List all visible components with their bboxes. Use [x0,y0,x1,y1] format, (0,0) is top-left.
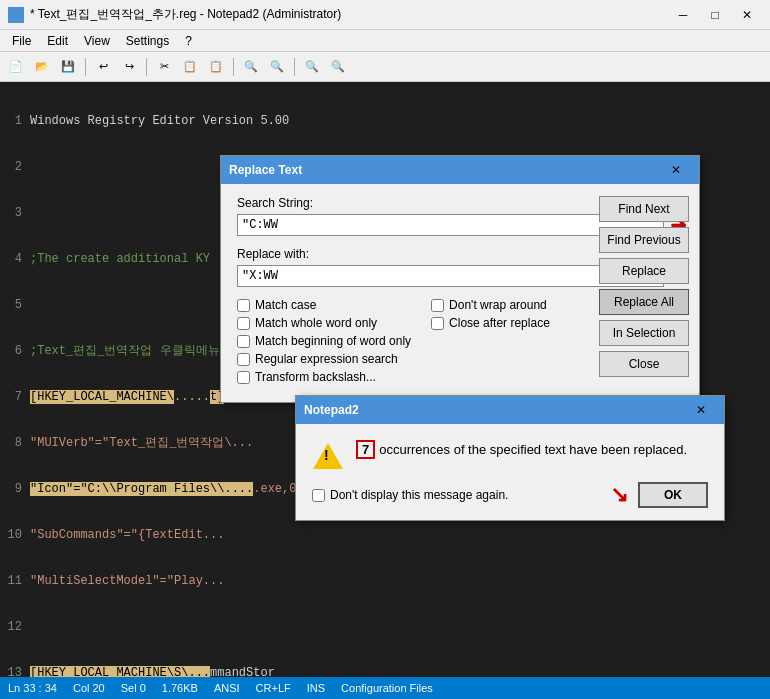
replace-dialog-buttons: Find Next Find Previous Replace Replace … [589,184,699,389]
beginning-word-option[interactable]: Match beginning of word only [237,334,411,348]
tb-new[interactable]: 📄 [4,56,28,78]
replace-button[interactable]: Replace [599,258,689,284]
window-controls: ─ □ ✕ [668,5,762,25]
replace-close-button[interactable]: Close [599,351,689,377]
warning-icon [312,440,344,472]
info-dialog-body: 7 occurrences of the specified text have… [296,424,724,520]
tb-save[interactable]: 💾 [56,56,80,78]
match-case-option[interactable]: Match case [237,298,411,312]
menu-view[interactable]: View [76,32,118,50]
tb-zoomout[interactable]: 🔍 [326,56,350,78]
info-message-row: 7 occurrences of the specified text have… [312,440,708,472]
replace-dialog-title-bar[interactable]: Replace Text ✕ [221,156,699,184]
maximize-button[interactable]: □ [700,5,730,25]
menu-bar: File Edit View Settings ? [0,30,770,52]
options-left: Match case Match whole word only Match b… [237,298,411,384]
replace-dialog-close-x[interactable]: ✕ [661,160,691,180]
tb-sep4 [294,58,295,76]
tb-cut[interactable]: ✂ [152,56,176,78]
status-mode: INS [307,682,325,694]
title-bar: * Text_편집_번역작업_추가.reg - Notepad2 (Admini… [0,0,770,30]
dont-wrap-option[interactable]: Don't wrap around [431,298,550,312]
replace-count: 7 [356,440,375,459]
tb-copy[interactable]: 📋 [178,56,202,78]
status-line-ending: CR+LF [256,682,291,694]
tb-paste[interactable]: 📋 [204,56,228,78]
match-case-label: Match case [255,298,316,312]
replace-dialog: Replace Text ✕ Search String: ➜ Replace … [220,155,700,403]
status-position: Ln 33 : 34 [8,682,57,694]
find-next-button[interactable]: Find Next [599,196,689,222]
whole-word-option[interactable]: Match whole word only [237,316,411,330]
dont-wrap-label: Don't wrap around [449,298,547,312]
regex-label: Regular expression search [255,352,398,366]
tb-replace[interactable]: 🔍 [265,56,289,78]
status-col: Col 20 [73,682,105,694]
tb-zoomin[interactable]: 🔍 [300,56,324,78]
options-right: Don't wrap around Close after replace [431,298,550,384]
status-size: 1.76KB [162,682,198,694]
close-after-replace-label: Close after replace [449,316,550,330]
status-sel: Sel 0 [121,682,146,694]
info-dialog-close-x[interactable]: ✕ [686,400,716,420]
close-button[interactable]: ✕ [732,5,762,25]
info-message: 7 occurrences of the specified text have… [356,440,687,459]
whole-word-label: Match whole word only [255,316,377,330]
warning-triangle [313,443,343,469]
ok-arrow: ↘ [610,482,628,508]
regex-option[interactable]: Regular expression search [237,352,411,366]
transform-option[interactable]: Transform backslash... [237,370,411,384]
match-case-checkbox[interactable] [237,299,250,312]
ok-button[interactable]: OK [638,482,708,508]
info-dialog: Notepad2 ✕ 7 occurrences of the specifie… [295,395,725,521]
app-icon [8,7,24,23]
info-message-text: occurrences of the specified text have b… [379,442,687,457]
beginning-word-label: Match beginning of word only [255,334,411,348]
tb-undo[interactable]: ↩ [91,56,115,78]
dont-show-label[interactable]: Don't display this message again. [312,488,508,502]
transform-checkbox[interactable] [237,371,250,384]
menu-settings[interactable]: Settings [118,32,177,50]
tb-redo[interactable]: ↪ [117,56,141,78]
menu-help[interactable]: ? [177,32,200,50]
info-dialog-title-bar[interactable]: Notepad2 ✕ [296,396,724,424]
beginning-word-checkbox[interactable] [237,335,250,348]
menu-file[interactable]: File [4,32,39,50]
find-previous-button[interactable]: Find Previous [599,227,689,253]
in-selection-button[interactable]: In Selection [599,320,689,346]
tb-sep3 [233,58,234,76]
info-bottom-row: Don't display this message again. ↘ OK [312,482,708,508]
info-ok-area: ↘ OK [610,482,708,508]
regex-checkbox[interactable] [237,353,250,366]
minimize-button[interactable]: ─ [668,5,698,25]
close-after-replace-checkbox[interactable] [431,317,444,330]
tb-open[interactable]: 📂 [30,56,54,78]
tb-find[interactable]: 🔍 [239,56,263,78]
replace-dialog-title: Replace Text [229,163,302,177]
whole-word-checkbox[interactable] [237,317,250,330]
menu-edit[interactable]: Edit [39,32,76,50]
replace-dialog-inner: Search String: ➜ Replace with: ➜ Match c… [221,184,699,402]
status-bar: Ln 33 : 34 Col 20 Sel 0 1.76KB ANSI CR+L… [0,677,770,699]
toolbar: 📄 📂 💾 ↩ ↪ ✂ 📋 📋 🔍 🔍 🔍 🔍 [0,52,770,82]
dont-show-checkbox[interactable] [312,489,325,502]
dont-show-text: Don't display this message again. [330,488,508,502]
dont-wrap-checkbox[interactable] [431,299,444,312]
tb-sep1 [85,58,86,76]
status-encoding: ANSI [214,682,240,694]
status-file-type: Configuration Files [341,682,433,694]
transform-label: Transform backslash... [255,370,376,384]
tb-sep2 [146,58,147,76]
close-after-replace-option[interactable]: Close after replace [431,316,550,330]
replace-all-button[interactable]: Replace All [599,289,689,315]
info-dialog-title: Notepad2 [304,403,359,417]
window-title: * Text_편집_번역작업_추가.reg - Notepad2 (Admini… [30,6,341,23]
